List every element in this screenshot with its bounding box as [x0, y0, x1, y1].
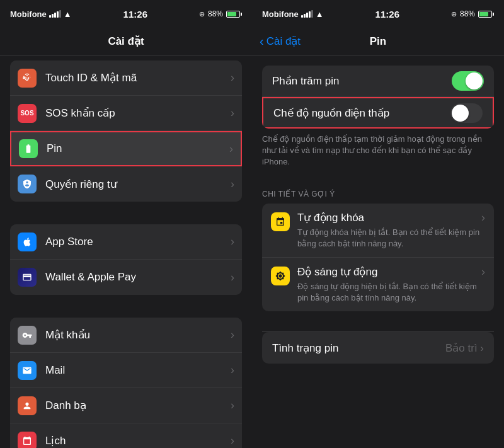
right-signal [301, 10, 313, 18]
settings-item-wallet[interactable]: Wallet & Apple Pay › [10, 260, 242, 295]
wallet-label: Wallet & Apple Pay [45, 271, 227, 284]
right-status-right: ⊕ 88% [451, 9, 494, 18]
touchid-icon [18, 69, 37, 88]
left-carrier-text: Mobifone [10, 9, 47, 19]
sb1 [49, 15, 51, 18]
toggle-phantram-thumb [466, 72, 483, 89]
autodim-chevron: › [481, 211, 485, 224]
left-nav-bar: Cài đặt [0, 28, 252, 55]
suggestion-item-autobright[interactable]: Độ sáng tự động › Độ sáng tự động hiện b… [262, 258, 494, 311]
battery-fill-l [227, 12, 236, 16]
contacts-chevron: › [231, 399, 234, 412]
settings-item-appstore[interactable]: App Store › [10, 224, 242, 260]
suggestion-section: Tự động khóa › Tự động khóa hiện bị tắt.… [262, 204, 494, 312]
right-panel: Mobifone ▲ 11:26 ⊕ 88% ‹ [252, 0, 504, 448]
right-carrier-text: Mobifone [262, 9, 299, 19]
left-status-right: ⊕ 88% [199, 9, 242, 18]
toggle-row-lowpower[interactable]: Chế độ nguồn điện thấp [262, 97, 494, 129]
autobright-chevron: › [481, 265, 485, 279]
left-panel: Mobifone ▲ 11:26 ⊕ 88% Cài đặt [0, 0, 252, 448]
toggle-phantram-label: Phần trăm pin [272, 74, 452, 88]
right-status-bar: Mobifone ▲ 11:26 ⊕ 88% [252, 0, 504, 28]
bottom-gap-r [252, 364, 504, 376]
rsb5 [311, 10, 313, 18]
right-location-icon: ⊕ [451, 10, 457, 18]
settings-item-sos[interactable]: SOS SOS khẩn cấp › [10, 96, 242, 131]
rsb1 [301, 15, 303, 18]
right-back-button[interactable]: ‹ Cài đặt [260, 34, 301, 49]
settings-item-contacts[interactable]: Danh bạ › [10, 388, 242, 423]
toggle-phantram-switch[interactable] [452, 71, 484, 91]
autobright-desc: Độ sáng tự động hiện bị tắt. Bạn có thể … [297, 281, 485, 304]
back-chevron-icon: ‹ [260, 34, 264, 49]
privacy-icon [18, 175, 37, 193]
toggle-lowpower-label: Chế độ nguồn điện thấp [273, 106, 450, 120]
toggle-section: Phần trăm pin Chế độ nguồn điện thấp [262, 66, 494, 129]
appstore-label: App Store [45, 236, 227, 248]
battery-tip-l [241, 13, 242, 16]
settings-item-battery[interactable]: Pin › [10, 131, 242, 166]
battery-label: Pin [47, 142, 226, 155]
battery-status-value: Bảo trì › [445, 342, 484, 355]
calendar-chevron: › [231, 434, 234, 447]
rsb2 [304, 14, 306, 18]
mail-chevron: › [231, 364, 234, 377]
battery-status-row[interactable]: Tình trạng pin Bảo trì › [262, 332, 494, 364]
autodim-title-row: Tự động khóa › [297, 211, 485, 224]
battery-body-l [226, 11, 240, 18]
battery-tip-r [493, 13, 494, 16]
left-settings-scroll[interactable]: Touch ID & Mật mã › SOS SOS khẩn cấp › P… [0, 55, 252, 448]
battery-body-r [478, 11, 492, 18]
right-carrier: Mobifone ▲ [262, 9, 324, 19]
settings-group-1: Touch ID & Mật mã › SOS SOS khẩn cấp › P… [10, 60, 242, 202]
battery-menu-icon [19, 139, 38, 158]
toggle-row-phantram[interactable]: Phần trăm pin [262, 66, 494, 97]
right-battery-pct: 88% [460, 9, 475, 18]
left-time: 11:26 [123, 9, 147, 20]
toggle-lowpower-switch[interactable] [450, 103, 483, 123]
wallet-icon [18, 268, 37, 287]
autodim-title: Tự động khóa [297, 211, 364, 224]
sb4 [57, 11, 59, 18]
wallet-chevron: › [231, 271, 234, 284]
appstore-icon [18, 233, 37, 251]
battery-chevron: › [229, 142, 233, 156]
left-status-bar: Mobifone ▲ 11:26 ⊕ 88% [0, 0, 252, 28]
sos-text: SOS [20, 110, 33, 117]
settings-item-calendar[interactable]: Lịch › [10, 423, 242, 448]
low-power-desc: Chế độ nguồn điện thấp tạm thời giảm hoạ… [252, 129, 504, 177]
top-gap-r [252, 55, 504, 66]
autobright-body: Độ sáng tự động › Độ sáng tự động hiện b… [297, 265, 485, 304]
rsb4 [309, 11, 311, 18]
autodim-body: Tự động khóa › Tự động khóa hiện bị tắt.… [297, 211, 485, 250]
gap-3 [0, 295, 252, 318]
right-settings-scroll[interactable]: Phần trăm pin Chế độ nguồn điện thấp Chế… [252, 55, 504, 448]
left-carrier: Mobifone ▲ [10, 9, 72, 19]
suggestion-item-autodim[interactable]: Tự động khóa › Tự động khóa hiện bị tắt.… [262, 204, 494, 258]
battery-status-label: Tình trạng pin [272, 342, 338, 355]
settings-group-3: Mật khẩu › Mail › Danh bạ › [10, 318, 242, 448]
calendar-icon [18, 432, 37, 449]
rsb3 [306, 13, 308, 18]
left-battery-pct: 88% [208, 9, 223, 18]
suggestions-header: CHI TIẾT VÀ GỢI Ý [252, 177, 504, 204]
left-location-icon: ⊕ [199, 10, 205, 18]
settings-item-touchid[interactable]: Touch ID & Mật mã › [10, 60, 242, 96]
password-icon [18, 326, 37, 345]
autodim-icon [271, 212, 290, 231]
settings-item-password[interactable]: Mật khẩu › [10, 318, 242, 353]
left-nav-title: Cài đặt [108, 35, 144, 48]
appstore-chevron: › [231, 235, 234, 248]
autobright-title-row: Độ sáng tự động › [297, 265, 485, 279]
calendar-label: Lịch [45, 434, 227, 447]
left-battery-icon [226, 11, 242, 18]
left-signal [49, 10, 61, 18]
password-label: Mật khẩu [45, 328, 227, 342]
settings-item-mail[interactable]: Mail › [10, 353, 242, 388]
autobright-title: Độ sáng tự động [297, 265, 377, 279]
sos-chevron: › [231, 106, 234, 120]
password-chevron: › [231, 328, 234, 342]
settings-item-privacy[interactable]: Quyền riêng tư › [10, 166, 242, 202]
contacts-label: Danh bạ [45, 399, 227, 412]
autodim-desc: Tự động khóa hiện bị tắt. Bạn có thể tiế… [297, 227, 485, 250]
